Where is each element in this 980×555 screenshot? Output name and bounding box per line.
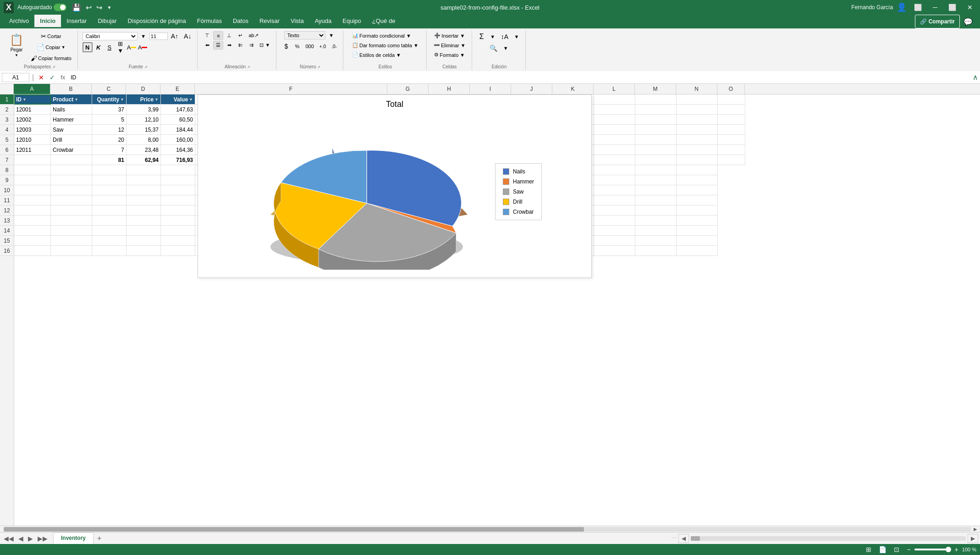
sheet-nav-next-button[interactable]: ▶: [26, 534, 35, 543]
sheet-scroll-right-button[interactable]: ▶: [968, 534, 978, 543]
row-header-14[interactable]: 14: [0, 226, 14, 236]
cell-b5[interactable]: Drill: [51, 135, 92, 145]
sum-expand-button[interactable]: ▼: [488, 31, 498, 42]
cell-n10[interactable]: [677, 185, 718, 195]
add-sheet-button[interactable]: +: [94, 533, 104, 544]
cell-a14[interactable]: [14, 226, 51, 236]
cell-c16[interactable]: [92, 246, 127, 256]
cell-n8[interactable]: [677, 165, 718, 175]
font-color-button[interactable]: A: [138, 42, 148, 52]
insert-cells-button[interactable]: ➕ Insertar ▼: [432, 31, 467, 40]
chart-container[interactable]: Total: [198, 94, 592, 278]
cell-e14[interactable]: [161, 226, 195, 236]
formula-bar-expand-button[interactable]: ∧: [973, 73, 978, 82]
cell-e2[interactable]: 147,63: [161, 105, 195, 115]
cell-c15[interactable]: [92, 236, 127, 246]
cell-b11[interactable]: [51, 195, 92, 205]
cell-b2[interactable]: Nails: [51, 105, 92, 115]
indent-increase-button[interactable]: ⇉: [246, 41, 256, 50]
tab-archivo[interactable]: Archivo: [4, 15, 34, 28]
cell-a12[interactable]: [14, 205, 51, 216]
cell-l1[interactable]: [594, 94, 635, 105]
cell-b10[interactable]: [51, 185, 92, 195]
cell-a8[interactable]: [14, 165, 51, 175]
row-header-10[interactable]: 10: [0, 185, 14, 195]
cell-a10[interactable]: [14, 185, 51, 195]
cell-e15[interactable]: [161, 236, 195, 246]
cell-b14[interactable]: [51, 226, 92, 236]
font-size-input[interactable]: [149, 33, 168, 40]
cell-c14[interactable]: [92, 226, 127, 236]
cell-a13[interactable]: [14, 216, 51, 226]
comments-button[interactable]: 💬: [960, 15, 976, 28]
bold-button[interactable]: N: [83, 42, 93, 52]
cell-n15[interactable]: [677, 236, 718, 246]
cell-a7[interactable]: [14, 155, 51, 165]
sheet-hscroll-track[interactable]: [691, 536, 966, 541]
text-angle-button[interactable]: ab↗: [246, 31, 260, 40]
copy-button[interactable]: 📄 Copiar ▼: [28, 42, 74, 52]
col-header-g[interactable]: G: [387, 84, 429, 94]
cell-m4[interactable]: [635, 125, 677, 135]
cell-b15[interactable]: [51, 236, 92, 246]
cell-n5[interactable]: [677, 135, 718, 145]
col-header-a[interactable]: A: [14, 84, 50, 94]
zoom-thumb[interactable]: [946, 547, 951, 552]
cell-m15[interactable]: [635, 236, 677, 246]
col-header-m[interactable]: M: [635, 84, 676, 94]
cell-n1[interactable]: [677, 94, 718, 105]
cell-m16[interactable]: [635, 246, 677, 256]
cell-n13[interactable]: [677, 216, 718, 226]
find-expand-button[interactable]: ▼: [501, 43, 511, 53]
cell-n9[interactable]: [677, 175, 718, 185]
cell-a6[interactable]: 12011: [14, 145, 51, 155]
corner-select-all[interactable]: [0, 84, 14, 94]
col-header-o[interactable]: O: [717, 84, 745, 94]
cell-m6[interactable]: [635, 145, 677, 155]
zoom-level-label[interactable]: 100 %: [962, 547, 976, 552]
align-left-button[interactable]: ⬅: [202, 41, 212, 50]
col-header-b[interactable]: B: [50, 84, 92, 94]
cell-d16[interactable]: [127, 246, 161, 256]
sheet-nav-last-button[interactable]: ▶▶: [36, 534, 50, 543]
align-bottom-button[interactable]: ⊥: [224, 31, 234, 40]
increase-decimal-button[interactable]: +.0: [317, 43, 328, 50]
font-size-decrease-button[interactable]: A↓: [182, 31, 193, 41]
tab-dibujar[interactable]: Dibujar: [92, 15, 122, 28]
col-header-e[interactable]: E: [160, 84, 195, 94]
cell-n16[interactable]: [677, 246, 718, 256]
col-header-f[interactable]: F: [195, 84, 387, 94]
cell-c9[interactable]: [92, 175, 127, 185]
autosave-toggle[interactable]: [54, 4, 66, 11]
cell-c8[interactable]: [92, 165, 127, 175]
cell-a11[interactable]: [14, 195, 51, 205]
row-header-15[interactable]: 15: [0, 236, 14, 246]
tab-que-de[interactable]: ¿Qué de: [367, 15, 401, 28]
cell-l3[interactable]: [594, 115, 635, 125]
sheet-nav-first-button[interactable]: ◀◀: [2, 534, 16, 543]
cell-a1[interactable]: ID ▼: [14, 94, 51, 105]
row-header-16[interactable]: 16: [0, 246, 14, 256]
page-layout-view-button[interactable]: 📄: [877, 545, 888, 554]
row-header-7[interactable]: 7: [0, 155, 14, 165]
cell-e5[interactable]: 160,00: [161, 135, 195, 145]
align-middle-button[interactable]: ≡: [213, 31, 223, 40]
font-family-expand-button[interactable]: ▼: [138, 32, 149, 40]
tab-inicio[interactable]: Inicio: [34, 15, 61, 28]
cell-d8[interactable]: [127, 165, 161, 175]
percent-button[interactable]: $: [281, 41, 291, 51]
delete-cells-button[interactable]: ➖ Eliminar ▼: [431, 41, 468, 50]
tab-revisar[interactable]: Revisar: [254, 15, 285, 28]
save-button[interactable]: 💾: [70, 2, 83, 13]
cell-c1[interactable]: Quantity ▼: [92, 94, 127, 105]
cell-c6[interactable]: 7: [92, 145, 127, 155]
minimize-button[interactable]: ─: [929, 3, 941, 12]
cell-c12[interactable]: [92, 205, 127, 216]
cell-l16[interactable]: [594, 246, 635, 256]
col-header-h[interactable]: H: [429, 84, 470, 94]
cell-m11[interactable]: [635, 195, 677, 205]
formula-input[interactable]: [69, 73, 971, 82]
tab-equipo[interactable]: Equipo: [337, 15, 366, 28]
cell-c13[interactable]: [92, 216, 127, 226]
cell-o1[interactable]: [718, 94, 745, 105]
